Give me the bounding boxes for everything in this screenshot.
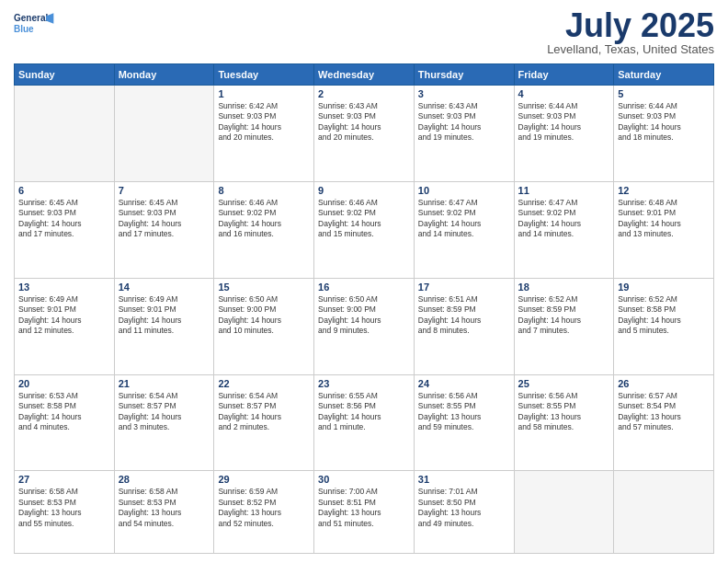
day-number: 17 — [418, 282, 510, 293]
day-header-friday: Friday — [514, 64, 614, 86]
day-number: 26 — [618, 378, 710, 389]
day-info: Sunrise: 6:54 AM Sunset: 8:57 PM Dayligh… — [218, 391, 310, 433]
calendar-cell: 24Sunrise: 6:56 AM Sunset: 8:55 PM Dayli… — [414, 374, 514, 471]
day-info: Sunrise: 6:47 AM Sunset: 9:02 PM Dayligh… — [518, 198, 610, 240]
day-number: 19 — [618, 282, 710, 293]
day-info: Sunrise: 6:45 AM Sunset: 9:03 PM Dayligh… — [18, 198, 110, 240]
calendar-cell: 25Sunrise: 6:56 AM Sunset: 8:55 PM Dayli… — [514, 374, 614, 471]
day-number: 18 — [518, 282, 610, 293]
svg-text:Blue: Blue — [14, 24, 34, 34]
location: Levelland, Texas, United States — [547, 42, 714, 56]
day-number: 6 — [18, 185, 110, 196]
page: GeneralBlue July 2025 Levelland, Texas, … — [0, 0, 728, 563]
calendar-cell: 19Sunrise: 6:52 AM Sunset: 8:58 PM Dayli… — [614, 278, 714, 374]
day-info: Sunrise: 6:42 AM Sunset: 9:03 PM Dayligh… — [218, 101, 310, 144]
day-header-monday: Monday — [114, 64, 214, 86]
calendar-cell: 14Sunrise: 6:49 AM Sunset: 9:01 PM Dayli… — [114, 278, 214, 374]
day-header-saturday: Saturday — [614, 64, 714, 86]
calendar-cell: 5Sunrise: 6:44 AM Sunset: 9:03 PM Daylig… — [614, 86, 714, 182]
calendar-cell: 27Sunrise: 6:58 AM Sunset: 8:53 PM Dayli… — [15, 471, 115, 554]
calendar-cell: 13Sunrise: 6:49 AM Sunset: 9:01 PM Dayli… — [15, 278, 115, 374]
title-block: July 2025 Levelland, Texas, United State… — [547, 9, 714, 56]
header: GeneralBlue July 2025 Levelland, Texas, … — [14, 9, 714, 56]
day-number: 12 — [618, 185, 710, 196]
day-header-tuesday: Tuesday — [214, 64, 314, 86]
logo-icon: GeneralBlue — [14, 9, 60, 37]
day-number: 11 — [518, 185, 610, 196]
day-number: 8 — [218, 185, 310, 196]
calendar-week-row: 27Sunrise: 6:58 AM Sunset: 8:53 PM Dayli… — [15, 471, 714, 554]
calendar-cell: 29Sunrise: 6:59 AM Sunset: 8:52 PM Dayli… — [214, 471, 314, 554]
calendar-week-row: 13Sunrise: 6:49 AM Sunset: 9:01 PM Dayli… — [15, 278, 714, 374]
calendar-week-row: 20Sunrise: 6:53 AM Sunset: 8:58 PM Dayli… — [15, 374, 714, 471]
day-number: 25 — [518, 378, 610, 389]
day-number: 1 — [218, 88, 310, 99]
day-info: Sunrise: 6:58 AM Sunset: 8:53 PM Dayligh… — [18, 487, 110, 529]
day-number: 10 — [418, 185, 510, 196]
day-info: Sunrise: 6:52 AM Sunset: 8:58 PM Dayligh… — [618, 294, 710, 337]
day-header-wednesday: Wednesday — [314, 64, 415, 86]
day-info: Sunrise: 6:50 AM Sunset: 9:00 PM Dayligh… — [218, 294, 310, 337]
calendar-cell: 6Sunrise: 6:45 AM Sunset: 9:03 PM Daylig… — [15, 181, 115, 278]
day-info: Sunrise: 6:54 AM Sunset: 8:57 PM Dayligh… — [119, 391, 210, 433]
day-number: 20 — [18, 378, 110, 389]
calendar-cell: 4Sunrise: 6:44 AM Sunset: 9:03 PM Daylig… — [514, 86, 614, 182]
day-info: Sunrise: 6:43 AM Sunset: 9:03 PM Dayligh… — [318, 101, 410, 144]
calendar-cell: 30Sunrise: 7:00 AM Sunset: 8:51 PM Dayli… — [314, 471, 415, 554]
day-number: 30 — [318, 474, 410, 485]
calendar-header-row: SundayMondayTuesdayWednesdayThursdayFrid… — [15, 64, 714, 86]
day-number: 31 — [418, 474, 510, 485]
calendar-cell: 18Sunrise: 6:52 AM Sunset: 8:59 PM Dayli… — [514, 278, 614, 374]
calendar-cell: 11Sunrise: 6:47 AM Sunset: 9:02 PM Dayli… — [514, 181, 614, 278]
day-number: 4 — [518, 88, 610, 99]
calendar-cell — [514, 471, 614, 554]
day-info: Sunrise: 6:45 AM Sunset: 9:03 PM Dayligh… — [119, 198, 210, 240]
calendar-cell: 9Sunrise: 6:46 AM Sunset: 9:02 PM Daylig… — [314, 181, 415, 278]
day-number: 15 — [218, 282, 310, 293]
calendar-cell: 10Sunrise: 6:47 AM Sunset: 9:02 PM Dayli… — [414, 181, 514, 278]
day-info: Sunrise: 6:46 AM Sunset: 9:02 PM Dayligh… — [218, 198, 310, 240]
svg-text:General: General — [14, 13, 48, 23]
day-header-sunday: Sunday — [15, 64, 115, 86]
day-info: Sunrise: 6:53 AM Sunset: 8:58 PM Dayligh… — [18, 391, 110, 433]
day-info: Sunrise: 6:56 AM Sunset: 8:55 PM Dayligh… — [518, 391, 610, 433]
calendar-cell: 31Sunrise: 7:01 AM Sunset: 8:50 PM Dayli… — [414, 471, 514, 554]
logo: GeneralBlue — [14, 9, 60, 37]
day-number: 9 — [318, 185, 410, 196]
day-number: 24 — [418, 378, 510, 389]
calendar-cell: 12Sunrise: 6:48 AM Sunset: 9:01 PM Dayli… — [614, 181, 714, 278]
day-number: 5 — [618, 88, 710, 99]
calendar-cell: 1Sunrise: 6:42 AM Sunset: 9:03 PM Daylig… — [214, 86, 314, 182]
day-header-thursday: Thursday — [414, 64, 514, 86]
calendar-cell: 28Sunrise: 6:58 AM Sunset: 8:53 PM Dayli… — [114, 471, 214, 554]
day-number: 28 — [119, 474, 210, 485]
day-info: Sunrise: 7:01 AM Sunset: 8:50 PM Dayligh… — [418, 487, 510, 529]
day-info: Sunrise: 6:52 AM Sunset: 8:59 PM Dayligh… — [518, 294, 610, 337]
day-number: 13 — [18, 282, 110, 293]
day-info: Sunrise: 6:57 AM Sunset: 8:54 PM Dayligh… — [618, 391, 710, 433]
day-info: Sunrise: 6:49 AM Sunset: 9:01 PM Dayligh… — [119, 294, 210, 337]
day-number: 7 — [119, 185, 210, 196]
calendar-cell: 17Sunrise: 6:51 AM Sunset: 8:59 PM Dayli… — [414, 278, 514, 374]
day-number: 29 — [218, 474, 310, 485]
calendar: SundayMondayTuesdayWednesdayThursdayFrid… — [14, 63, 714, 554]
day-info: Sunrise: 6:44 AM Sunset: 9:03 PM Dayligh… — [518, 101, 610, 144]
day-info: Sunrise: 6:59 AM Sunset: 8:52 PM Dayligh… — [218, 487, 310, 529]
day-info: Sunrise: 6:49 AM Sunset: 9:01 PM Dayligh… — [18, 294, 110, 337]
calendar-week-row: 1Sunrise: 6:42 AM Sunset: 9:03 PM Daylig… — [15, 86, 714, 182]
calendar-cell: 21Sunrise: 6:54 AM Sunset: 8:57 PM Dayli… — [114, 374, 214, 471]
calendar-cell: 23Sunrise: 6:55 AM Sunset: 8:56 PM Dayli… — [314, 374, 415, 471]
day-number: 16 — [318, 282, 410, 293]
month-title: July 2025 — [547, 9, 714, 42]
day-number: 3 — [418, 88, 510, 99]
day-info: Sunrise: 6:47 AM Sunset: 9:02 PM Dayligh… — [418, 198, 510, 240]
day-info: Sunrise: 6:48 AM Sunset: 9:01 PM Dayligh… — [618, 198, 710, 240]
day-number: 2 — [318, 88, 410, 99]
calendar-cell: 16Sunrise: 6:50 AM Sunset: 9:00 PM Dayli… — [314, 278, 415, 374]
calendar-cell: 2Sunrise: 6:43 AM Sunset: 9:03 PM Daylig… — [314, 86, 415, 182]
day-number: 27 — [18, 474, 110, 485]
day-info: Sunrise: 6:43 AM Sunset: 9:03 PM Dayligh… — [418, 101, 510, 144]
calendar-cell — [114, 86, 214, 182]
day-number: 23 — [318, 378, 410, 389]
day-info: Sunrise: 6:46 AM Sunset: 9:02 PM Dayligh… — [318, 198, 410, 240]
